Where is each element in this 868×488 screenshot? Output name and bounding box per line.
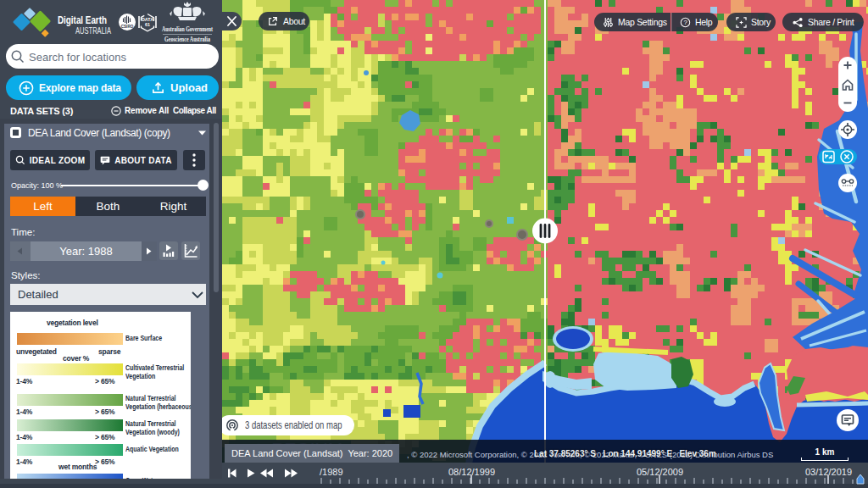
- svg-text:Digital Earth: Digital Earth: [58, 14, 107, 26]
- svg-text:Australian Government: Australian Government: [162, 25, 213, 33]
- svg-text:?: ?: [683, 19, 687, 26]
- svg-text:AUSTRALIA: AUSTRALIA: [75, 26, 111, 36]
- svg-text:Geoscience Australia: Geoscience Australia: [164, 36, 210, 43]
- svg-text:CSIRO: CSIRO: [121, 25, 134, 29]
- svg-text:61: 61: [145, 22, 150, 27]
